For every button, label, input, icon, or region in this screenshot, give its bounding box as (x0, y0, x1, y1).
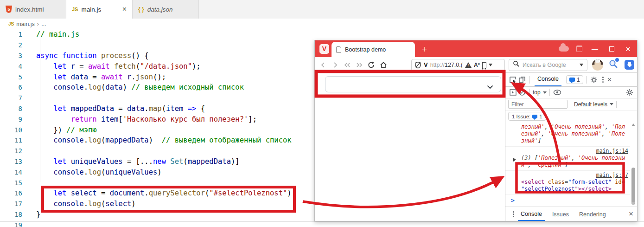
code-line[interactable]: 10 }) // мэпю (0, 124, 315, 135)
code-text: }) // мэпю (36, 126, 97, 134)
url-text[interactable]: http://127.0.( (430, 62, 463, 68)
code-line[interactable]: 7 (0, 93, 315, 104)
vivaldi-page-actions-icon[interactable]: V (424, 61, 428, 68)
tab-data-json[interactable]: { } data.json (133, 0, 199, 19)
live-expression-eye-icon[interactable] (553, 88, 562, 97)
line-number: 11 (0, 136, 22, 144)
sync-cloud-icon[interactable] (559, 46, 569, 52)
code-line[interactable]: 9 return item['Насколько курс был полезе… (0, 114, 315, 124)
maximize-button[interactable] (609, 46, 614, 52)
log-levels-dropdown[interactable]: Default levels (574, 101, 613, 108)
code-area[interactable]: 1// main.js23async function process() {4… (0, 29, 315, 227)
console-messages[interactable]: лезный', 'Очень полезный', 'Полезный', '… (505, 122, 637, 207)
issues-button[interactable]: 1 Issue:1 (508, 112, 546, 121)
drawer-tab-console[interactable]: Console (518, 208, 545, 221)
bootstrap-form-select[interactable] (325, 76, 501, 92)
code-line[interactable]: 15 (0, 177, 315, 188)
code-line[interactable]: 2 (0, 40, 315, 51)
devtools-tab-console[interactable]: Console (535, 73, 561, 86)
browser-tab[interactable]: Bootstrap demo (332, 42, 415, 57)
more-options-icon[interactable] (602, 79, 604, 80)
code-line[interactable]: 12 (0, 146, 315, 156)
code-line[interactable]: 3async function process() { (0, 51, 315, 61)
code-text: let r = await fetch("/data.json"); (36, 62, 201, 71)
drawer-tab-rendering[interactable]: Rendering (576, 208, 609, 221)
address-dropdown-icon[interactable] (489, 64, 492, 66)
code-line[interactable]: 19 (0, 220, 315, 227)
console-line: й', 'Средний'] (521, 162, 628, 169)
inspect-element-icon[interactable] (508, 75, 517, 84)
console-sidebar-icon[interactable] (508, 88, 517, 97)
reload-button[interactable] (367, 60, 376, 70)
line-number: 13 (0, 158, 22, 165)
drawer-menu-icon[interactable] (513, 214, 514, 215)
code-line[interactable]: 1// main.js (0, 29, 315, 40)
close-window-button[interactable]: × (625, 45, 631, 53)
line-number: 17 (0, 200, 22, 208)
context-selector[interactable]: top (533, 89, 547, 96)
tab-main-js[interactable]: JS main.js × (66, 0, 133, 19)
home-button[interactable] (379, 60, 388, 70)
code-line[interactable]: 5 let data = await r.json(); (0, 71, 315, 82)
console-prompt[interactable]: > (505, 195, 637, 206)
devtools-close-icon[interactable]: × (607, 75, 612, 84)
page-icon (336, 46, 341, 53)
code-line[interactable]: 6 console.log(data) // выведем исходный … (0, 82, 315, 93)
content-blocker-shield-icon[interactable] (414, 61, 421, 69)
filter-input[interactable] (508, 100, 567, 109)
prompt-chevron: > (511, 197, 515, 204)
scroll-up-icon[interactable] (631, 123, 635, 126)
search-engine-dropdown-icon[interactable] (580, 64, 583, 66)
close-tab-icon[interactable]: × (121, 5, 128, 13)
bookmark-icon[interactable] (482, 62, 486, 68)
console-settings-gear-icon[interactable] (625, 88, 634, 97)
code-line[interactable]: 14 console.log(uniqueValues) (0, 167, 315, 177)
code-text: let mappedData = data.map(item => { (36, 104, 205, 113)
browser-content: Console 1 × top (315, 73, 637, 221)
trash-icon[interactable] (576, 45, 582, 52)
search-box[interactable]: Искать в Google (509, 59, 587, 71)
minimize-button[interactable]: — (592, 45, 598, 52)
scroll-down-icon[interactable] (631, 202, 635, 205)
breadcrumb[interactable]: JS main.js › ... (0, 19, 644, 29)
new-tab-button[interactable]: + (421, 44, 427, 54)
rewind-button[interactable] (343, 60, 352, 70)
profile-avatar[interactable] (592, 59, 603, 71)
address-bar[interactable]: V http://127.0.( Ax (411, 59, 505, 71)
code-line[interactable]: 17 console.log(select) (0, 199, 315, 209)
search-update-icon[interactable] (609, 59, 618, 71)
tab-label: main.js (81, 6, 121, 13)
download-button[interactable] (625, 60, 634, 70)
code-text: async function process() { (36, 52, 149, 60)
not-secure-warning-icon[interactable] (465, 62, 472, 68)
console-toolbar: top (505, 87, 637, 98)
settings-gear-icon[interactable] (589, 75, 599, 84)
console-scrollbar[interactable] (631, 122, 636, 207)
tab-index-html[interactable]: 5 index.html (0, 0, 66, 19)
code-line[interactable]: 8 let mappedData = data.map(item => { (0, 104, 315, 114)
code-line[interactable]: 18} (0, 209, 315, 220)
forward-button[interactable] (331, 60, 340, 70)
code-line[interactable]: 4 let r = await fetch("/data.json"); (0, 61, 315, 71)
code-line[interactable]: 13 let uniqueValues = [...new Set(mapped… (0, 156, 315, 167)
vivaldi-logo-icon[interactable]: V (319, 44, 329, 54)
back-button[interactable] (319, 60, 328, 70)
source-link[interactable]: main.js:14 (596, 148, 628, 154)
clear-console-icon[interactable] (517, 88, 527, 97)
source-link[interactable]: main.js:17 (596, 172, 628, 178)
translate-icon[interactable]: Ax (474, 62, 480, 68)
drawer-tab-issues[interactable]: Issues (549, 208, 572, 221)
code-line[interactable]: 11 console.log(mappedData) // выведем от… (0, 135, 315, 146)
fast-forward-button[interactable] (355, 60, 364, 70)
breadcrumb-more[interactable]: ... (41, 21, 46, 27)
console-messages-badge[interactable]: 1 (566, 75, 583, 84)
drawer-close-icon[interactable]: × (629, 209, 633, 219)
scrollbar-thumb[interactable] (631, 168, 635, 205)
device-toolbar-icon[interactable] (517, 75, 527, 84)
code-text: let data = await r.json(); (36, 73, 166, 81)
expand-triangle-icon[interactable] (513, 158, 516, 162)
line-number: 9 (0, 116, 22, 123)
console-entry: лезный', 'Очень полезный', 'Полезный', '… (505, 122, 630, 147)
code-line[interactable]: 16 let select = document.querySelector("… (0, 188, 315, 199)
breadcrumb-file[interactable]: main.js (16, 21, 35, 27)
